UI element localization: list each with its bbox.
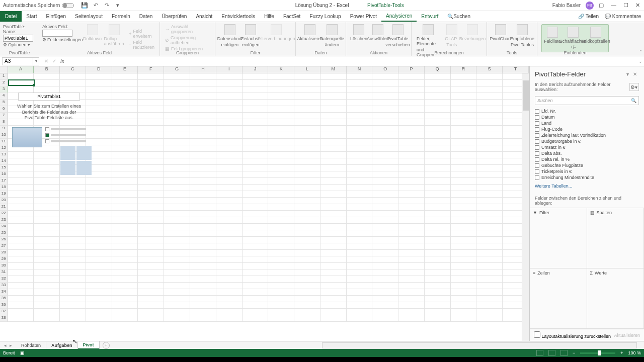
row-header[interactable]: 20: [0, 198, 8, 204]
field-item[interactable]: Lfd. Nr.: [535, 108, 639, 114]
field-checkbox[interactable]: [535, 115, 539, 120]
col-header[interactable]: P: [398, 66, 425, 73]
field-item[interactable]: Umsatz in €: [535, 144, 639, 150]
pivotchart-button[interactable]: PivotChart: [490, 23, 511, 48]
row-header[interactable]: 13: [0, 152, 8, 158]
autosave-toggle[interactable]: Automatisches Speichern: [0, 3, 77, 8]
col-header[interactable]: H: [190, 66, 216, 73]
pivot-options-button[interactable]: ⚙ Optionen ▾: [3, 42, 36, 47]
pane-dropdown-icon[interactable]: ▾: [624, 71, 631, 77]
row-header[interactable]: 22: [0, 211, 8, 217]
collapse-ribbon-icon[interactable]: ˄: [639, 49, 642, 55]
recommended-pivot-button[interactable]: EmpfohlenePivotTables: [511, 23, 534, 48]
field-checkbox[interactable]: [535, 133, 539, 138]
row-header[interactable]: 27: [0, 243, 8, 250]
row-header[interactable]: 10: [0, 132, 8, 139]
macro-record-icon[interactable]: ▣: [20, 350, 25, 355]
field-item[interactable]: Datum: [535, 114, 639, 120]
activefield-input[interactable]: [42, 30, 72, 37]
col-header[interactable]: Q: [425, 66, 451, 73]
field-checkbox[interactable]: [535, 157, 539, 162]
tab-file[interactable]: Datei: [0, 11, 22, 22]
field-item[interactable]: Flug-Code: [535, 126, 639, 132]
row-header[interactable]: 5: [0, 100, 8, 106]
col-header[interactable]: N: [347, 66, 373, 73]
zoom-out-icon[interactable]: −: [573, 350, 575, 355]
maximize-icon[interactable]: ☐: [623, 2, 628, 9]
insert-timeline-button[interactable]: Zeitachseeinfügen: [241, 23, 260, 48]
tab-factset[interactable]: FactSet: [279, 11, 305, 22]
change-source-button[interactable]: Datenquelleändern: [321, 23, 343, 48]
view-normal-icon[interactable]: [536, 350, 543, 356]
columns-dropzone[interactable]: ▥ Spalten: [587, 208, 645, 268]
row-header[interactable]: 34: [0, 289, 8, 296]
field-item[interactable]: Gebuchte Flugplätze: [535, 162, 639, 168]
row-header[interactable]: 23: [0, 217, 8, 224]
row-header[interactable]: 3: [0, 86, 8, 93]
col-header[interactable]: J: [243, 66, 269, 73]
field-checkbox[interactable]: [535, 163, 539, 168]
field-search-input[interactable]: Suchen🔍: [535, 96, 639, 105]
row-header[interactable]: 16: [0, 171, 8, 178]
field-checkbox[interactable]: [535, 121, 539, 126]
row-header[interactable]: 14: [0, 158, 8, 165]
row-header[interactable]: 30: [0, 263, 8, 269]
row-header[interactable]: 28: [0, 250, 8, 256]
tab-formeln[interactable]: Formeln: [107, 11, 135, 22]
close-icon[interactable]: ✕: [635, 2, 640, 9]
sheet-nav-prev-icon[interactable]: ◂: [4, 343, 7, 348]
row-header[interactable]: 2: [0, 80, 8, 86]
headers-toggle[interactable]: Feldkopfzeilen: [584, 26, 607, 51]
row-header[interactable]: 24: [0, 224, 8, 230]
view-pagelayout-icon[interactable]: [548, 350, 555, 356]
field-checkbox[interactable]: [535, 175, 539, 180]
active-cell[interactable]: [8, 79, 35, 86]
row-header[interactable]: 18: [0, 185, 8, 191]
row-header[interactable]: 7: [0, 113, 8, 119]
field-checkbox[interactable]: [535, 145, 539, 150]
sheet-nav-next-icon[interactable]: ▸: [10, 343, 12, 348]
col-header[interactable]: C: [60, 66, 86, 73]
pivotname-input[interactable]: [3, 35, 33, 42]
move-pivot-button[interactable]: PivotTableverschieben: [387, 23, 408, 48]
col-header[interactable]: M: [320, 66, 347, 73]
row-header[interactable]: 32: [0, 276, 8, 283]
col-header[interactable]: T: [503, 66, 529, 73]
add-sheet-icon[interactable]: +: [103, 342, 110, 349]
field-item[interactable]: Budgetvorgabe in €: [535, 138, 639, 144]
spreadsheet-grid[interactable]: A B C D E F G H I J K L M N O P Q R S T …: [0, 66, 529, 341]
col-header[interactable]: A: [8, 66, 34, 73]
name-box[interactable]: A3: [2, 57, 33, 65]
formula-expand-icon[interactable]: ⌄: [637, 59, 644, 64]
toggle-icon[interactable]: [62, 3, 74, 8]
tab-hilfe[interactable]: Hilfe: [260, 11, 279, 22]
name-box-dropdown-icon[interactable]: ▾: [33, 57, 39, 65]
view-pagebreak-icon[interactable]: [560, 350, 568, 356]
filter-dropzone[interactable]: ▼ Filter: [530, 208, 587, 268]
defer-layout-checkbox[interactable]: Layoutaktualisierung zurückstellen: [534, 331, 611, 339]
row-header[interactable]: 9: [0, 126, 8, 132]
row-header[interactable]: 6: [0, 106, 8, 113]
row-header[interactable]: 4: [0, 93, 8, 100]
row-header[interactable]: 29: [0, 256, 8, 263]
row-header[interactable]: 38: [0, 315, 8, 322]
field-checkbox[interactable]: [535, 169, 539, 174]
insert-slicer-button[interactable]: Datenschnitteinfügen: [218, 23, 241, 48]
field-checkbox[interactable]: [535, 109, 539, 114]
row-header[interactable]: 26: [0, 237, 8, 243]
row-header[interactable]: 11: [0, 139, 8, 145]
avatar[interactable]: FB: [586, 2, 594, 10]
tab-start[interactable]: Start: [22, 11, 41, 22]
field-item[interactable]: Delta rel. in %: [535, 156, 639, 162]
minimize-icon[interactable]: —: [611, 2, 616, 9]
tab-einfuegen[interactable]: Einfügen: [41, 11, 70, 22]
col-header[interactable]: F: [138, 66, 164, 73]
field-item[interactable]: Erreichung Mindestrendite: [535, 174, 639, 180]
row-header[interactable]: 36: [0, 302, 8, 309]
row-header[interactable]: 35: [0, 296, 8, 302]
row-header[interactable]: 12: [0, 145, 8, 152]
sheet-tab-pivot[interactable]: Pivot: [78, 341, 100, 349]
field-checkbox[interactable]: [535, 127, 539, 132]
col-header[interactable]: E: [112, 66, 138, 73]
field-item[interactable]: Ticketpreis in €: [535, 168, 639, 174]
